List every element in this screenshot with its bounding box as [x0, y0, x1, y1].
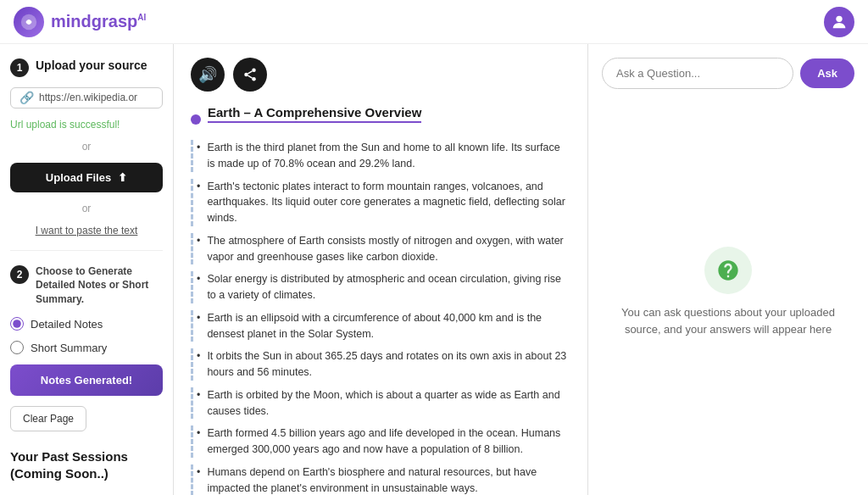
- upload-success-text: Url upload is successful!: [10, 119, 163, 131]
- list-item: •Solar energy is distributed by atmosphe…: [191, 271, 570, 303]
- list-item: •Humans depend on Earth's biosphere and …: [191, 464, 570, 495]
- section1-circle: [191, 114, 201, 125]
- header: mindgraspAI: [0, 0, 868, 44]
- paste-text-link[interactable]: I want to paste the text: [10, 225, 163, 236]
- upload-icon: ⬆: [118, 171, 127, 184]
- content-area: 🔊 Earth – A Comprehensive Overview •Eart…: [174, 44, 588, 495]
- list-item: •The atmosphere of Earth consists mostly…: [191, 233, 570, 265]
- past-sessions-section: Your Past Sessions (Coming Soon..): [10, 448, 163, 481]
- or-divider-1: or: [10, 141, 163, 153]
- step1-header: 1 Upload your source: [10, 58, 163, 77]
- svg-point-5: [252, 77, 256, 81]
- list-item: •It orbits the Sun in about 365.25 days …: [191, 348, 570, 381]
- step1-number: 1: [10, 58, 29, 77]
- right-panel: Ask You can ask questions about your upl…: [588, 44, 868, 495]
- section1-link[interactable]: Earth – A Comprehensive Overview: [208, 105, 421, 120]
- list-item: •Earth formed 4.5 billion years ago and …: [191, 425, 570, 458]
- url-input-box[interactable]: 🔗 https://en.wikipedia.or: [10, 87, 163, 108]
- svg-point-2: [836, 15, 842, 21]
- or-divider-2: or: [10, 203, 163, 214]
- notes-generated-button[interactable]: Notes Generated!: [10, 364, 163, 396]
- list-item: •Earth's tectonic plates interact to for…: [191, 179, 570, 226]
- url-text: https://en.wikipedia.or: [39, 92, 137, 103]
- action-icons-row: 🔊: [191, 58, 570, 92]
- bullet-dot: •: [197, 140, 200, 156]
- clear-page-button[interactable]: Clear Page: [10, 406, 86, 431]
- sound-icon: 🔊: [198, 65, 217, 84]
- list-item: •Earth is the third planet from the Sun …: [191, 140, 570, 172]
- bullet-dot: •: [197, 179, 200, 195]
- logo: mindgraspAI: [14, 7, 146, 37]
- short-summary-radio[interactable]: [10, 341, 24, 354]
- question-bubble-icon: [704, 247, 752, 294]
- share-button[interactable]: [233, 58, 267, 92]
- ask-button[interactable]: Ask: [800, 58, 854, 88]
- detailed-notes-option[interactable]: Detailed Notes: [10, 317, 163, 331]
- past-sessions-title: Your Past Sessions (Coming Soon..): [10, 448, 163, 481]
- bullet-dot: •: [197, 387, 200, 403]
- bullet-dot: •: [197, 425, 200, 442]
- upload-label: Upload Files: [46, 171, 111, 184]
- divider: [10, 250, 163, 251]
- link-icon: 🔗: [19, 91, 34, 104]
- short-summary-label: Short Summary: [31, 342, 107, 354]
- bullet-dot: •: [197, 233, 200, 249]
- sound-button[interactable]: 🔊: [191, 58, 225, 92]
- step1-title: Upload your source: [36, 58, 147, 73]
- sidebar: 1 Upload your source 🔗 https://en.wikipe…: [0, 44, 174, 495]
- bullet-dot: •: [197, 310, 200, 326]
- upload-files-button[interactable]: Upload Files ⬆: [10, 163, 163, 192]
- list-item: •Earth is an ellipsoid with a circumfere…: [191, 310, 570, 342]
- step2-header: 2 Choose to Generate Detailed Notes or S…: [10, 264, 163, 307]
- svg-point-4: [244, 73, 248, 77]
- logo-text: mindgraspAI: [51, 12, 146, 31]
- svg-line-7: [248, 71, 252, 74]
- svg-line-6: [248, 75, 252, 78]
- avatar[interactable]: [824, 7, 854, 37]
- short-summary-option[interactable]: Short Summary: [10, 341, 163, 354]
- list-item: •Earth is orbited by the Moon, which is …: [191, 387, 570, 420]
- section1-heading-row: Earth – A Comprehensive Overview: [191, 105, 570, 133]
- step2-number: 2: [10, 265, 29, 284]
- ask-row: Ask: [602, 58, 854, 89]
- bullet-dot: •: [197, 464, 200, 481]
- detailed-notes-radio[interactable]: [10, 317, 24, 331]
- logo-icon: [14, 7, 44, 37]
- ask-input[interactable]: [602, 58, 793, 89]
- svg-point-3: [252, 69, 256, 73]
- section1-title: Earth – A Comprehensive Overview: [208, 105, 421, 123]
- section1-bullet-list: •Earth is the third planet from the Sun …: [191, 140, 570, 495]
- ask-placeholder-text: You can ask questions about your uploade…: [619, 304, 837, 337]
- step2-title: Choose to Generate Detailed Notes or Sho…: [36, 264, 163, 307]
- detailed-notes-label: Detailed Notes: [31, 318, 103, 331]
- svg-point-1: [26, 19, 31, 25]
- share-icon: [242, 67, 258, 82]
- ask-placeholder-area: You can ask questions about your uploade…: [602, 103, 854, 481]
- bullet-dot: •: [197, 271, 200, 287]
- bullet-dot: •: [197, 348, 200, 364]
- main-layout: 1 Upload your source 🔗 https://en.wikipe…: [0, 44, 868, 495]
